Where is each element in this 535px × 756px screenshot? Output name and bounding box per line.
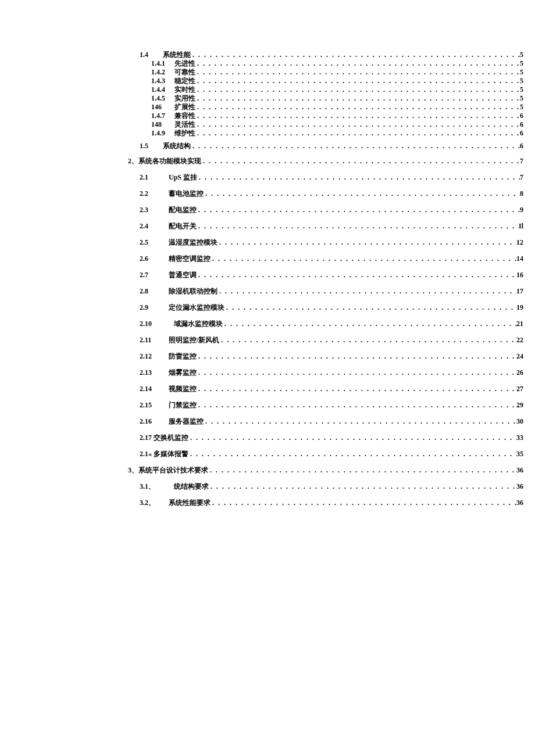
dot-leader: . . . . . . . . . . . . . . . . . . . . …	[212, 499, 516, 506]
entry-title: 精密空调监控	[169, 255, 212, 262]
entry-title: 除湿机联动控制	[169, 288, 219, 295]
entry-page: 7	[520, 157, 523, 164]
toc-entry: 2.17 交换机监控 . . . . . . . . . . . . . . .…	[128, 434, 523, 443]
entry-number: 2.17	[140, 434, 152, 441]
entry-number: 2.14	[140, 385, 169, 392]
entry-title: 照明监控/新风机	[169, 336, 221, 343]
entry-title: 门禁监控	[169, 402, 198, 409]
dot-leader: . . . . . . . . . . . . . . . . . . . . …	[190, 450, 516, 457]
entry-number: 1.4	[140, 51, 163, 58]
entry-page: 16	[516, 271, 523, 278]
toc-entry: 2.7普通空调 . . . . . . . . . . . . . . . . …	[128, 271, 523, 281]
toc-entry: 2.3配电监控 . . . . . . . . . . . . . . . . …	[128, 206, 523, 216]
entry-number: 1.4.5	[151, 95, 174, 102]
entry-page: 26	[516, 369, 523, 376]
toc-entry: 1.4.2可靠性 . . . . . . . . . . . . . . . .…	[128, 69, 523, 77]
dot-leader: . . . . . . . . . . . . . . . . . . . . …	[197, 95, 520, 102]
entry-number: 2.4	[140, 223, 169, 230]
entry-number: 1.4.3	[151, 77, 174, 84]
entry-title: 灵活性	[174, 121, 197, 128]
entry-title: 兼容性	[174, 112, 197, 119]
toc-entry: 1.4.1先进性 . . . . . . . . . . . . . . . .…	[128, 60, 523, 68]
entry-page: 6	[520, 130, 523, 137]
dot-leader: . . . . . . . . . . . . . . . . . . . . …	[205, 418, 516, 425]
entry-page: 6	[520, 112, 523, 119]
entry-page: 24	[516, 353, 523, 360]
entry-number: 2.11	[140, 336, 169, 343]
entry-page: 36	[516, 467, 523, 474]
entry-number: 2.8	[140, 288, 169, 295]
toc-entry: 1.4.7兼容性 . . . . . . . . . . . . . . . .…	[128, 112, 523, 120]
dot-leader: . . . . . . . . . . . . . . . . . . . . …	[190, 434, 516, 441]
entry-page: 6	[520, 121, 523, 128]
entry-number: 1.4.1	[151, 60, 174, 67]
entry-title: 维护性	[174, 130, 197, 137]
toc-entry: 146扩展性 . . . . . . . . . . . . . . . . .…	[128, 103, 523, 112]
toc-entry: 2.4配电开关 . . . . . . . . . . . . . . . . …	[128, 223, 523, 232]
entry-number: 1.4.4	[151, 86, 174, 93]
entry-page: 29	[516, 402, 523, 409]
entry-title: 系统平台设计技术要求	[138, 467, 210, 474]
toc-entry: 2.1UpS 监挂 . . . . . . . . . . . . . . . …	[128, 174, 523, 183]
dot-leader: . . . . . . . . . . . . . . . . . . . . …	[210, 467, 516, 474]
entry-title: 系统结构	[163, 142, 192, 149]
dot-leader: . . . . . . . . . . . . . . . . . . . . …	[219, 239, 516, 246]
dot-leader: . . . . . . . . . . . . . . . . . . . . …	[211, 483, 516, 490]
entry-number: 148	[151, 121, 174, 128]
table-of-contents: 1.4系统性能 . . . . . . . . . . . . . . . . …	[128, 51, 523, 508]
entry-page: 22	[516, 336, 523, 343]
entry-title: 防雷监控	[169, 353, 198, 360]
entry-page: 5	[520, 60, 523, 67]
entry-page: 36	[516, 483, 523, 490]
entry-number: 2.1«	[140, 450, 152, 457]
dot-leader: . . . . . . . . . . . . . . . . . . . . …	[197, 77, 520, 84]
entry-title: 实时性	[174, 86, 197, 93]
entry-title: 系统性能	[163, 51, 192, 58]
toc-entry: 2.15门禁监控 . . . . . . . . . . . . . . . .…	[128, 402, 523, 411]
entry-number: 3、	[128, 467, 138, 474]
entry-title: 先进性	[174, 60, 197, 67]
entry-page: 8	[520, 190, 523, 197]
toc-entry: 3.1、 统结构要求 . . . . . . . . . . . . . . .…	[128, 483, 523, 492]
entry-page: 35	[516, 450, 523, 457]
dot-leader: . . . . . . . . . . . . . . . . . . . . …	[221, 336, 516, 343]
dot-leader: . . . . . . . . . . . . . . . . . . . . …	[198, 206, 520, 213]
dot-leader: . . . . . . . . . . . . . . . . . . . . …	[197, 121, 520, 128]
dot-leader: . . . . . . . . . . . . . . . . . . . . …	[199, 174, 520, 181]
toc-entry: 2.1« 多媒体报警 . . . . . . . . . . . . . . .…	[128, 450, 523, 460]
dot-leader: . . . . . . . . . . . . . . . . . . . . …	[224, 320, 516, 327]
dot-leader: . . . . . . . . . . . . . . . . . . . . …	[192, 51, 520, 58]
dot-leader: . . . . . . . . . . . . . . . . . . . . …	[203, 157, 520, 164]
entry-number: 1.4.9	[151, 130, 174, 137]
entry-title: 配电监控	[169, 206, 198, 213]
toc-entry: 1.4.5实用性 . . . . . . . . . . . . . . . .…	[128, 95, 523, 103]
entry-number: 2.3	[140, 206, 169, 213]
entry-number: 2.6	[140, 255, 169, 262]
toc-entry: 1.4.3稳定性 . . . . . . . . . . . . . . . .…	[128, 77, 523, 85]
entry-number: 2.16	[140, 418, 169, 425]
toc-entry: 2.8除湿机联动控制 . . . . . . . . . . . . . . .…	[128, 288, 523, 297]
entry-page: 7	[520, 174, 523, 181]
entry-title: 系统各功能模块实现	[138, 157, 203, 164]
entry-number: 2.2	[140, 190, 169, 197]
entry-number: 2.10	[140, 320, 169, 327]
entry-number: 3.2、	[140, 499, 169, 506]
entry-page: 14	[516, 255, 523, 262]
toc-entry: 1.4.4实时性 . . . . . . . . . . . . . . . .…	[128, 86, 523, 94]
dot-leader: . . . . . . . . . . . . . . . . . . . . …	[198, 402, 516, 409]
dot-leader: . . . . . . . . . . . . . . . . . . . . …	[197, 69, 520, 76]
toc-entry: 3.2、系统性能要求 . . . . . . . . . . . . . . .…	[128, 499, 523, 508]
entry-title: 稳定性	[174, 77, 197, 84]
entry-title: 普通空调	[169, 271, 198, 278]
entry-number: 2、	[128, 157, 138, 164]
toc-entry: 1.4.9维护性 . . . . . . . . . . . . . . . .…	[128, 130, 523, 138]
entry-page: 5	[520, 69, 523, 76]
toc-entry: 2.12防雷监控 . . . . . . . . . . . . . . . .…	[128, 353, 523, 362]
dot-leader: . . . . . . . . . . . . . . . . . . . . …	[198, 223, 519, 230]
entry-page: 12	[516, 239, 523, 246]
dot-leader: . . . . . . . . . . . . . . . . . . . . …	[226, 304, 516, 311]
entry-number: 2.7	[140, 271, 169, 278]
dot-leader: . . . . . . . . . . . . . . . . . . . . …	[197, 112, 520, 119]
dot-leader: . . . . . . . . . . . . . . . . . . . . …	[197, 60, 520, 67]
dot-leader: . . . . . . . . . . . . . . . . . . . . …	[197, 130, 520, 137]
